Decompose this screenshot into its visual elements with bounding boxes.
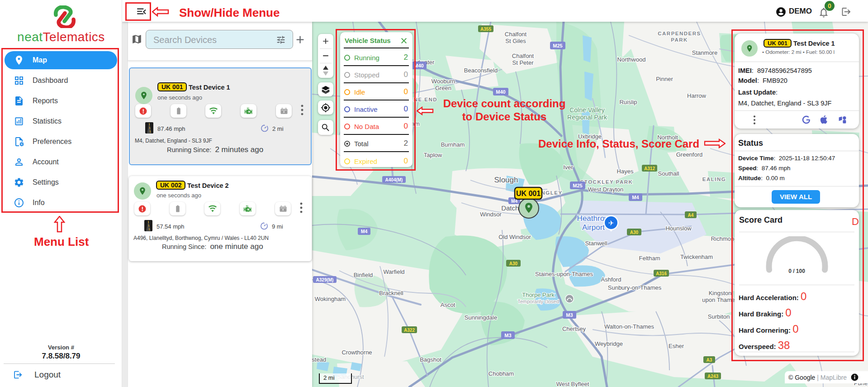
svg-text:Greenford: Greenford: [676, 151, 703, 158]
svg-text:M3: M3: [504, 333, 511, 338]
svg-text:Iver: Iver: [563, 164, 573, 171]
svg-text:Staines-upon-Thames: Staines-upon-Thames: [535, 271, 593, 277]
svg-text:Stanmore: Stanmore: [692, 49, 717, 56]
svg-text:EALING: EALING: [702, 177, 726, 182]
svg-text:A30: A30: [509, 261, 518, 266]
svg-text:St Giles: St Giles: [505, 38, 526, 44]
svg-text:M25: M25: [553, 43, 562, 48]
svg-text:npstead: npstead: [312, 356, 326, 363]
svg-text:A243: A243: [707, 374, 718, 379]
svg-text:M25: M25: [573, 183, 582, 188]
svg-text:Slough: Slough: [494, 176, 518, 184]
svg-text:Harrow: Harrow: [687, 92, 707, 99]
svg-text:Southall: Southall: [658, 170, 679, 177]
svg-text:Walton-on-Thames: Walton-on-Thames: [604, 323, 655, 330]
svg-text:Chertsey: Chertsey: [562, 325, 586, 332]
svg-text:Twickenham: Twickenham: [680, 253, 713, 260]
svg-text:A312: A312: [644, 166, 655, 171]
svg-text:A355: A355: [480, 27, 491, 32]
svg-text:Northwood: Northwood: [617, 56, 646, 63]
svg-text:Windsor: Windsor: [480, 211, 502, 218]
svg-text:Temporarily closed: Temporarily closed: [517, 299, 559, 304]
svg-text:St Peter: St Peter: [512, 59, 534, 66]
svg-text:Airport: Airport: [582, 223, 605, 232]
svg-text:A3: A3: [707, 358, 712, 363]
svg-text:M3: M3: [566, 312, 573, 318]
svg-text:A316: A316: [656, 271, 667, 276]
svg-text:Feltham: Feltham: [639, 255, 660, 262]
svg-text:Green: Green: [435, 85, 451, 91]
svg-text:A404(M): A404(M): [385, 177, 403, 182]
svg-text:Esher: Esher: [669, 343, 684, 349]
svg-text:A329(M): A329(M): [316, 277, 334, 282]
svg-text:Binfield: Binfield: [354, 272, 373, 278]
svg-text:Hayes: Hayes: [617, 168, 634, 175]
svg-text:A30: A30: [630, 230, 639, 235]
svg-text:Chobham: Chobham: [489, 370, 514, 377]
svg-text:Wooburn: Wooburn: [432, 78, 455, 85]
svg-text:Old Windsor: Old Windsor: [498, 234, 531, 240]
svg-text:Surbiton: Surbiton: [708, 313, 730, 320]
svg-text:Bracknell: Bracknell: [379, 290, 403, 296]
svg-text:Burnham: Burnham: [441, 141, 465, 148]
svg-text:Chalfont: Chalfont: [512, 53, 534, 59]
svg-text:Wokingham: Wokingham: [315, 296, 346, 302]
svg-text:NGLEY: NGLEY: [541, 190, 562, 196]
svg-text:Ashford: Ashford: [601, 276, 621, 283]
svg-text:Stanwell: Stanwell: [585, 240, 607, 247]
svg-text:Kingston: Kingston: [709, 290, 732, 296]
svg-text:West Byfleet: West Byfleet: [556, 381, 589, 387]
svg-text:Sunbury-on-Thames: Sunbury-on-Thames: [608, 284, 662, 291]
svg-text:PARK: PARK: [671, 37, 688, 43]
svg-text:Chalfont: Chalfont: [505, 31, 527, 38]
svg-text:Hounslow: Hounslow: [665, 225, 692, 232]
svg-text:UK 001: UK 001: [516, 190, 541, 197]
svg-text:M4: M4: [361, 229, 368, 234]
svg-text:Regional Park: Regional Park: [567, 114, 607, 121]
svg-text:Bagshot: Bagshot: [420, 356, 441, 363]
svg-text:M4: M4: [632, 195, 639, 200]
svg-text:Ascot: Ascot: [441, 301, 455, 308]
svg-text:✈: ✈: [608, 219, 614, 227]
svg-text:Taplow: Taplow: [424, 152, 442, 158]
svg-text:A322: A322: [404, 328, 415, 333]
svg-text:Beaconsfield: Beaconsfield: [464, 67, 498, 74]
svg-text:Warfield: Warfield: [383, 268, 404, 275]
svg-text:Thorpe Park: Thorpe Park: [522, 291, 555, 298]
svg-text:CARPENDERS: CARPENDERS: [658, 31, 701, 36]
svg-text:A4: A4: [688, 213, 694, 218]
svg-text:Weybridge: Weybridge: [595, 340, 623, 347]
svg-text:Ruislip: Ruislip: [619, 99, 637, 105]
svg-text:Colne Valley: Colne Valley: [569, 106, 605, 114]
svg-text:Sunningdale: Sunningdale: [465, 314, 497, 321]
svg-text:M40: M40: [496, 89, 505, 95]
svg-text:Pinner: Pinner: [656, 76, 673, 82]
svg-text:West Drayton: West Drayton: [588, 186, 624, 193]
svg-text:STOCKLEY PARK: STOCKLEY PARK: [580, 179, 633, 185]
svg-text:Crowthorne: Crowthorne: [342, 349, 372, 356]
